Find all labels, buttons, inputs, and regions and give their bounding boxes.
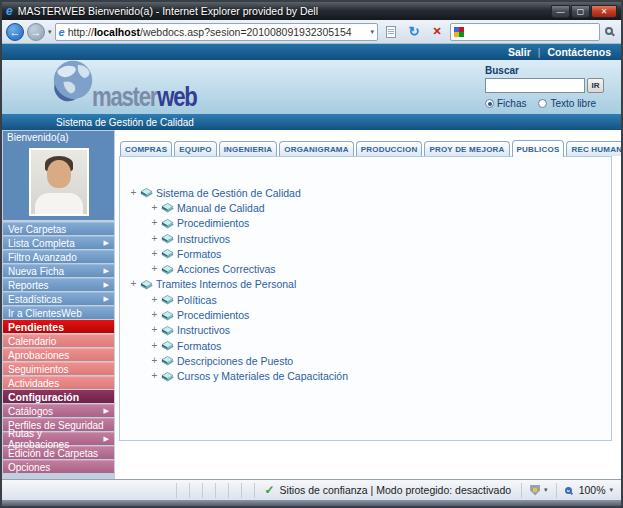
- tree-item-label[interactable]: Procedimientos: [177, 309, 249, 321]
- compatibility-view-button[interactable]: [381, 23, 401, 41]
- tree-item-label[interactable]: Manual de Calidad: [177, 202, 265, 214]
- expand-plus-icon[interactable]: +: [150, 341, 159, 351]
- tab[interactable]: INGENIERIA: [219, 141, 278, 156]
- pendientes-menu-item[interactable]: Seguimientos ▶: [3, 362, 114, 375]
- url-field[interactable]: e http://localhost/webdocs.asp?sesion=20…: [55, 23, 378, 41]
- protected-mode-control[interactable]: ▾: [521, 483, 556, 498]
- expand-plus-icon[interactable]: +: [150, 371, 159, 381]
- browser-search-input[interactable]: [467, 26, 596, 37]
- zoom-level[interactable]: 100%: [579, 484, 606, 496]
- tree-item: + Formatos: [150, 338, 611, 353]
- close-button[interactable]: ✕: [591, 5, 617, 18]
- recent-pages-dropdown-icon[interactable]: ▾: [48, 28, 52, 36]
- expand-plus-icon[interactable]: +: [150, 203, 159, 213]
- refresh-button[interactable]: ↻: [404, 23, 424, 41]
- sidebar-menu-item[interactable]: Estadísticas ▶: [3, 292, 114, 305]
- sidebar-menu-item[interactable]: Ir a ClientesWeb ▶: [3, 306, 114, 319]
- expand-plus-icon[interactable]: +: [150, 249, 159, 259]
- folder-book-icon[interactable]: [161, 218, 174, 229]
- submenu-arrow-icon: ▶: [104, 295, 109, 303]
- tree-item-label[interactable]: Políticas: [177, 294, 217, 306]
- tree-item-label[interactable]: Acciones Correctivas: [177, 263, 276, 275]
- tree-item-label[interactable]: Procedimientos: [177, 217, 249, 229]
- maximize-button[interactable]: ▢: [571, 5, 590, 18]
- expand-plus-icon[interactable]: +: [150, 264, 159, 274]
- folder-book-icon[interactable]: [161, 325, 174, 336]
- folder-book-icon[interactable]: [161, 294, 174, 305]
- salir-link[interactable]: Salir: [508, 46, 531, 58]
- app-search-input[interactable]: [485, 78, 585, 93]
- tab[interactable]: REC HUMANOS: [566, 141, 621, 156]
- google-icon: [454, 27, 464, 37]
- url-text[interactable]: http://localhost/webdocs.asp?sesion=2010…: [68, 26, 368, 38]
- protection-dropdown-icon[interactable]: ▾: [544, 486, 548, 494]
- sidebar-menu-item[interactable]: Nueva Ficha ▶: [3, 264, 114, 277]
- expand-plus-icon[interactable]: +: [150, 218, 159, 228]
- sidebar-menu-item[interactable]: Reportes ▶: [3, 278, 114, 291]
- pendientes-menu-item[interactable]: Aprobaciones ▶: [3, 348, 114, 361]
- folder-book-icon[interactable]: [161, 371, 174, 382]
- tab[interactable]: PUBLICOS: [512, 140, 565, 157]
- configuracion-menu-item[interactable]: Opciones ▶: [3, 460, 114, 473]
- tab-label: PUBLICOS: [517, 145, 560, 154]
- sidebar-menu-item[interactable]: Lista Completa ▶: [3, 236, 114, 249]
- sidebar-menu-item[interactable]: Ver Carpetas ▶: [3, 222, 114, 235]
- expand-plus-icon[interactable]: +: [150, 295, 159, 305]
- folder-book-icon[interactable]: [140, 279, 153, 290]
- folder-book-icon[interactable]: [161, 264, 174, 275]
- tree-item-label[interactable]: Formatos: [177, 248, 221, 260]
- configuracion-menu-item[interactable]: Rutas y Aprobaciones ▶: [3, 432, 114, 445]
- tree-item-label[interactable]: Instructivos: [177, 233, 230, 245]
- sidebar-menu-item[interactable]: Filtro Avanzado ▶: [3, 250, 114, 263]
- radio-fichas-icon[interactable]: [485, 99, 494, 108]
- globe-icon: [48, 57, 98, 111]
- folder-book-icon[interactable]: [161, 233, 174, 244]
- folder-book-icon[interactable]: [161, 340, 174, 351]
- folder-book-icon[interactable]: [161, 202, 174, 213]
- pendientes-menu-item[interactable]: Actividades ▶: [3, 376, 114, 389]
- folder-book-icon[interactable]: [161, 248, 174, 259]
- submenu-arrow-icon: ▶: [104, 281, 109, 289]
- folder-book-icon[interactable]: [161, 310, 174, 321]
- pendientes-menu-item[interactable]: Calendario ▶: [3, 334, 114, 347]
- forward-button[interactable]: →: [27, 23, 45, 41]
- zoom-icon: [565, 487, 572, 494]
- expand-plus-icon[interactable]: +: [150, 234, 159, 244]
- zoom-control[interactable]: 100% ▾: [556, 483, 621, 498]
- back-button[interactable]: ←: [6, 23, 24, 41]
- configuracion-menu-item[interactable]: Catálogos ▶: [3, 404, 114, 417]
- radio-texto-libre[interactable]: Texto libre: [538, 98, 596, 109]
- tab[interactable]: COMPRAS: [120, 141, 172, 156]
- browser-search-box[interactable]: [450, 23, 600, 41]
- tree-item-label[interactable]: Descripciones de Puesto: [177, 355, 293, 367]
- folder-book-icon[interactable]: [140, 187, 153, 198]
- menu-item-label: Estadísticas: [8, 294, 62, 305]
- expand-plus-icon[interactable]: +: [150, 310, 159, 320]
- tree-item-label[interactable]: Instructivos: [177, 324, 230, 336]
- folder-book-icon[interactable]: [161, 355, 174, 366]
- url-dropdown-icon[interactable]: ▾: [370, 28, 374, 36]
- expand-plus-icon[interactable]: +: [129, 279, 138, 289]
- expand-plus-icon[interactable]: +: [150, 356, 159, 366]
- expand-plus-icon[interactable]: +: [150, 325, 159, 335]
- tab[interactable]: ORGANIGRAMA: [279, 141, 353, 156]
- zoom-dropdown-icon[interactable]: ▾: [609, 486, 613, 494]
- user-photo-box: [3, 144, 114, 220]
- tree-item-label[interactable]: Sistema de Gestión de Calidad: [156, 187, 301, 199]
- contactenos-link[interactable]: Contáctenos: [547, 46, 611, 58]
- search-go-button[interactable]: IR: [587, 78, 604, 93]
- tree-item-label[interactable]: Cursos y Materiales de Capacitación: [177, 370, 348, 382]
- radio-fichas[interactable]: Fichas: [485, 98, 526, 109]
- stop-button[interactable]: ✕: [427, 23, 447, 41]
- radio-texto-libre-icon[interactable]: [538, 99, 547, 108]
- tab[interactable]: EQUIPO: [174, 141, 216, 156]
- configuracion-menu-item[interactable]: Edición de Carpetas ▶: [3, 446, 114, 459]
- tab[interactable]: PROY DE MEJORA: [424, 141, 509, 156]
- masterweb-logo: masterweb: [48, 60, 220, 114]
- minimize-button[interactable]: —: [551, 5, 570, 18]
- tree-item-label[interactable]: Tramites Internos de Personal: [156, 278, 296, 290]
- tree-item-label[interactable]: Formatos: [177, 340, 221, 352]
- search-magnifier-icon[interactable]: [605, 27, 613, 35]
- expand-plus-icon[interactable]: +: [129, 188, 138, 198]
- tab[interactable]: PRODUCCION: [356, 141, 423, 156]
